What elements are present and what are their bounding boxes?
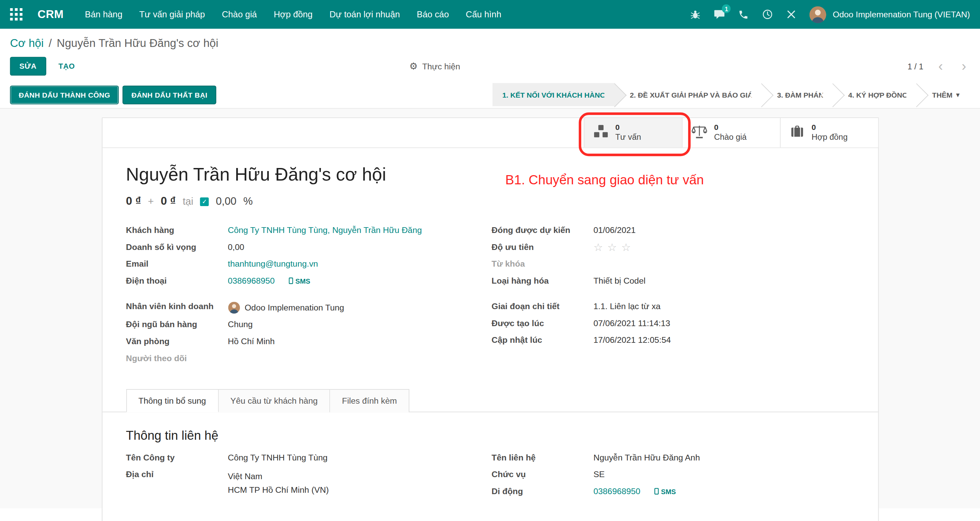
- field-row-nhan-vien: Nhân viên kinh doanh Odoo Implemenation …: [126, 302, 492, 314]
- tab-files-dinh-kem[interactable]: Files đính kèm: [330, 389, 409, 412]
- menu-bao-cao[interactable]: Báo cáo: [417, 10, 449, 19]
- probability-icon[interactable]: ✓: [200, 197, 209, 206]
- mobile-icon: [288, 278, 293, 284]
- expected-sales-value: 0,00: [228, 243, 244, 252]
- stat-button-tu-van[interactable]: 0 Tư vấn: [584, 118, 682, 147]
- debug-bug-icon[interactable]: [690, 9, 701, 20]
- mark-won-button[interactable]: ĐÁNH DẤU THÀNH CÔNG: [10, 85, 119, 104]
- percent-sign: %: [243, 195, 253, 208]
- edit-button[interactable]: SỬA: [10, 57, 46, 76]
- field-label: Người theo dõi: [126, 354, 228, 363]
- status-bar: ĐÁNH DẤU THÀNH CÔNG ĐÁNH DẤU THẤT BẠI 1.…: [0, 81, 980, 109]
- field-label: Độ ưu tiên: [492, 243, 593, 252]
- field-label: Di động: [492, 487, 593, 496]
- breadcrumb-parent[interactable]: Cơ hội: [10, 37, 43, 50]
- menu-tu-van-giai-phap[interactable]: Tư vấn giải pháp: [139, 10, 205, 19]
- stat-button-hop-dong[interactable]: 0 Hợp đồng: [780, 118, 878, 147]
- chat-icon[interactable]: 1: [714, 9, 725, 20]
- chat-badge: 1: [722, 5, 731, 13]
- pager: 1 / 1 ‹ ›: [907, 59, 970, 73]
- stage-1-ket-noi[interactable]: 1. KẾT NỐI VỚI KHÁCH HÀNG: [492, 83, 615, 106]
- contact-column-left: Tên Công ty Công Ty TNHH Tùng Tùng Địa c…: [126, 453, 492, 504]
- address-line-2: HCM TP Hồ Chí Minh (VN): [228, 484, 329, 497]
- star-icon[interactable]: ☆: [621, 243, 631, 253]
- menu-hop-dong[interactable]: Hợp đồng: [274, 10, 313, 19]
- create-button[interactable]: TẠO: [59, 62, 75, 71]
- balance-scale-icon: [691, 124, 708, 141]
- gear-icon: ⚙: [409, 60, 418, 72]
- sms-button[interactable]: SMS: [654, 488, 676, 495]
- field-row-email: Email thanhtung@tungtung.vn: [126, 259, 492, 270]
- customer-link[interactable]: Công Ty TNHH Tùng Tùng, Nguyễn Trần Hữu …: [228, 226, 422, 235]
- menu-chao-gia[interactable]: Chào giá: [222, 10, 257, 19]
- stat-value: 0: [714, 122, 746, 133]
- field-row-chuc-vu: Chức vụ SE: [492, 470, 854, 480]
- recurring-revenue: 0 ₫: [161, 195, 176, 208]
- probability-value: 0,00: [216, 195, 237, 208]
- field-groups: Khách hàng Công Ty TNHH Tùng Tùng, Nguyễ…: [126, 226, 854, 370]
- navbar-systray: 1 Odoo Implemenation Tung (VIETAN): [690, 6, 970, 23]
- field-row-dia-chi: Địa chỉ Việt Nam HCM TP Hồ Chí Minh (VN): [126, 470, 492, 497]
- address-line-1: Việt Nam: [228, 470, 329, 484]
- field-label: Cập nhật lúc: [492, 335, 593, 345]
- apps-menu-icon[interactable]: [10, 8, 24, 21]
- tab-thong-tin-bo-sung[interactable]: Thông tin bổ sung: [126, 389, 218, 412]
- sales-team-value[interactable]: Chung: [228, 320, 253, 329]
- tab-yeu-cau-tu-khach-hang[interactable]: Yêu cầu từ khách hàng: [218, 389, 330, 412]
- field-label: Đội ngũ bán hàng: [126, 320, 228, 329]
- plus-sign: +: [148, 196, 154, 207]
- activities-clock-icon[interactable]: [762, 9, 773, 20]
- pager-previous-icon[interactable]: ‹: [935, 59, 947, 73]
- email-link[interactable]: thanhtung@tungtung.vn: [228, 259, 318, 268]
- menu-du-toan-loi-nhuan[interactable]: Dự toán lợi nhuận: [329, 10, 400, 19]
- salesperson-name[interactable]: Odoo Implemenation Tung: [245, 303, 344, 313]
- notebook-tabs: Thông tin bổ sung Yêu cầu từ khách hàng …: [102, 389, 878, 412]
- expected-revenue: 0 ₫: [126, 195, 141, 208]
- field-row-loai-hang-hoa: Loại hàng hóa Thiết bị Codel: [492, 276, 854, 287]
- pager-next-icon[interactable]: ›: [958, 59, 970, 73]
- app-name[interactable]: CRM: [37, 8, 64, 21]
- contact-info-heading: Thông tin liên hệ: [126, 429, 854, 443]
- annotation-text: B1. Chuyển sang giao diện tư vấn: [505, 172, 704, 187]
- field-label: Văn phòng: [126, 337, 228, 346]
- breadcrumb: Cơ hội / Nguyễn Trần Hữu Đăng's cơ hội: [0, 29, 980, 52]
- stage-2-de-xuat[interactable]: 2. ĐỀ XUẤT GIẢI PHÁP VÀ BÁO GIÁ: [615, 83, 762, 106]
- field-label: Địa chỉ: [126, 470, 228, 479]
- stage-bar: 1. KẾT NỐI VỚI KHÁCH HÀNG 2. ĐỀ XUẤT GIẢ…: [492, 83, 969, 106]
- salesperson-avatar: [228, 302, 240, 314]
- mobile-link[interactable]: 0386968950: [593, 487, 640, 496]
- user-avatar[interactable]: [810, 6, 827, 23]
- mark-lost-button[interactable]: ĐÁNH DẤU THẤT BẠI: [123, 85, 216, 104]
- stat-button-chao-gia[interactable]: 0 Chào giá: [682, 118, 780, 147]
- field-label: Nhân viên kinh doanh: [126, 302, 228, 311]
- detailed-stage-value: 1.1. Liên lạc từ xa: [593, 302, 660, 311]
- field-row-nguoi-theo-doi: Người theo dõi: [126, 354, 492, 364]
- field-label: Email: [126, 259, 228, 268]
- priority-stars[interactable]: ☆ ☆ ☆: [593, 243, 631, 253]
- briefcase-icon: [789, 125, 805, 140]
- field-label: Giai đoạn chi tiết: [492, 302, 593, 311]
- sms-button[interactable]: SMS: [288, 277, 310, 284]
- contact-name-value: Nguyễn Trần Hữu Đăng Anh: [593, 453, 700, 462]
- field-label: Chức vụ: [492, 470, 593, 479]
- company-name-value: Công Ty TNHH Tùng Tùng: [228, 453, 327, 462]
- amount-row: 0 ₫ + 0 ₫ tại ✓ 0,00 %: [126, 195, 854, 208]
- field-row-dong-du-kien: Đóng được dự kiến 01/06/2021: [492, 226, 854, 236]
- status-buttons: ĐÁNH DẤU THÀNH CÔNG ĐÁNH DẤU THẤT BẠI: [10, 85, 216, 104]
- tools-icon[interactable]: [786, 10, 796, 19]
- pager-count: 1 / 1: [907, 62, 923, 71]
- star-icon[interactable]: ☆: [593, 243, 603, 253]
- field-label: Điện thoại: [126, 276, 228, 286]
- star-icon[interactable]: ☆: [608, 243, 617, 253]
- stage-4-ky-hop-dong[interactable]: 4. KÝ HỢP ĐỒNG: [833, 83, 917, 106]
- user-menu[interactable]: Odoo Implemenation Tung (VIETAN): [833, 10, 970, 19]
- menu-ban-hang[interactable]: Bán hàng: [85, 10, 123, 19]
- product-type-value: Thiết bị Codel: [593, 276, 646, 286]
- office-value: Hồ Chí Minh: [228, 337, 275, 346]
- field-row-ten-cong-ty: Tên Công ty Công Ty TNHH Tùng Tùng: [126, 453, 492, 464]
- phone-link[interactable]: 0386968950: [228, 276, 275, 286]
- action-menu[interactable]: ⚙ Thực hiện: [409, 60, 460, 72]
- chevron-down-icon: ▾: [956, 91, 959, 98]
- phone-icon[interactable]: [738, 9, 749, 20]
- menu-cau-hinh[interactable]: Cấu hình: [466, 10, 501, 19]
